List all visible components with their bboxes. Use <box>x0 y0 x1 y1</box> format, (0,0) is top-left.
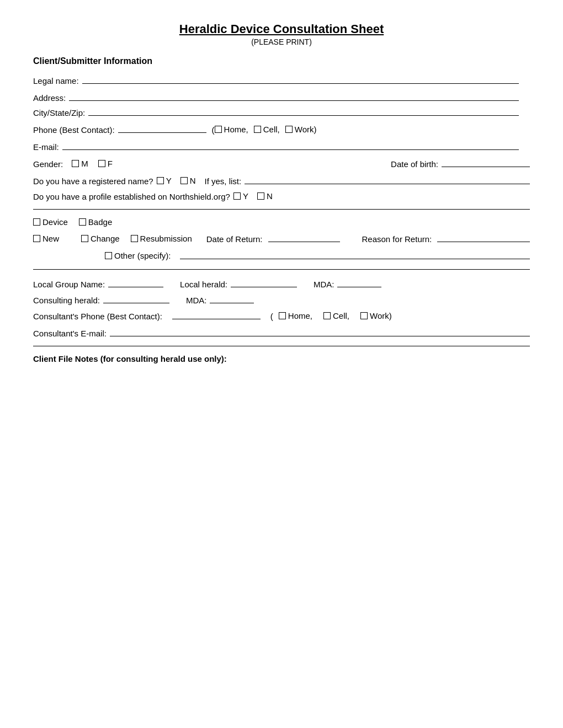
phone-cell-label: Cell, <box>263 125 280 134</box>
registered-y-label: Y <box>166 176 172 185</box>
client-notes-label: Client File Notes (for consulting herald… <box>33 354 530 363</box>
profile-y-checkbox[interactable] <box>233 192 241 200</box>
page-title-block: Heraldic Device Consultation Sheet <box>33 22 530 36</box>
gender-f-checkbox[interactable] <box>98 160 105 167</box>
badge-label: Badge <box>88 217 112 227</box>
client-notes-section: Client File Notes (for consulting herald… <box>33 354 530 464</box>
date-return-input[interactable] <box>268 232 340 242</box>
address-input[interactable] <box>69 91 519 101</box>
local-herald-input[interactable] <box>231 277 297 287</box>
consulting-mda-input[interactable] <box>210 293 254 303</box>
phone-work-checkbox[interactable] <box>285 126 293 133</box>
consultant-phone-label: Consultant's Phone (Best Contact): <box>33 312 162 321</box>
gender-f-item: F <box>98 159 113 168</box>
profile-y-item: Y <box>233 191 248 201</box>
device-checkbox[interactable] <box>33 218 40 226</box>
city-state-zip-row: City/State/Zip: <box>33 106 530 117</box>
phone-cell-checkbox[interactable] <box>254 126 261 133</box>
gender-label: Gender: <box>33 159 63 169</box>
gender-dob-row: Gender: M F Date of birth: <box>33 157 530 169</box>
change-label: Change <box>91 234 120 243</box>
consulting-herald-input[interactable] <box>103 293 169 303</box>
profile-y-label: Y <box>243 191 248 201</box>
resubmission-checkbox[interactable] <box>131 235 138 242</box>
consultant-phone-work-label: Work) <box>370 311 392 320</box>
dob-section: Date of birth: <box>391 157 530 169</box>
gender-m-item: M <box>72 159 88 168</box>
consultant-phone-work-checkbox[interactable] <box>360 312 368 319</box>
address-row: Address: <box>33 91 530 103</box>
client-submitter-section: Client/Submitter Information Legal name:… <box>33 56 530 201</box>
page-title: Heraldic Device Consultation Sheet <box>179 22 384 36</box>
consulting-herald-item: Consulting herald: <box>33 293 169 305</box>
phone-home-label: Home, <box>224 125 248 134</box>
other-item: Other (specify): <box>105 251 171 260</box>
phone-home-item: Home, <box>215 125 248 134</box>
address-label: Address: <box>33 93 66 103</box>
email-row: E-mail: <box>33 140 530 152</box>
divider-1 <box>33 209 530 210</box>
consultant-phone-work-item: Work) <box>360 311 392 320</box>
other-input[interactable] <box>180 249 530 259</box>
registered-n-checkbox[interactable] <box>180 177 188 184</box>
registered-name-row: Do you have a registered name? Y N If ye… <box>33 174 530 186</box>
registered-y-item: Y <box>157 176 172 185</box>
legal-name-row: Legal name: <box>33 74 530 85</box>
resubmission-label: Resubmission <box>140 234 192 243</box>
new-item: New <box>33 234 59 243</box>
city-state-zip-label: City/State/Zip: <box>33 108 85 117</box>
consultant-email-input[interactable] <box>110 326 530 336</box>
consultant-phone-prefix: ( <box>270 312 273 321</box>
local-group-row: Local Group Name: Local herald: MDA: <box>33 277 530 289</box>
submission-section: Device Badge New Change Resubmission Dat… <box>33 217 530 260</box>
change-checkbox[interactable] <box>81 235 88 242</box>
gender-m-checkbox[interactable] <box>72 160 79 167</box>
local-group-label: Local Group Name: <box>33 280 105 289</box>
consultant-email-row: Consultant's E-mail: <box>33 326 530 338</box>
device-label: Device <box>43 217 68 227</box>
legal-name-input[interactable] <box>82 74 519 84</box>
phone-input[interactable] <box>118 123 206 133</box>
consultant-phone-home-item: Home, <box>279 311 312 320</box>
registered-n-label: N <box>190 176 196 185</box>
email-label: E-mail: <box>33 142 59 152</box>
other-row: Other (specify): <box>105 249 530 260</box>
other-label: Other (specify): <box>114 251 171 260</box>
reason-return-input[interactable] <box>437 232 530 242</box>
mda-item: MDA: <box>314 277 382 289</box>
device-item: Device <box>33 217 68 227</box>
registered-y-checkbox[interactable] <box>157 177 164 184</box>
consultant-section: Local Group Name: Local herald: MDA: Con… <box>33 277 530 338</box>
consultant-phone-cell-label: Cell, <box>333 311 349 320</box>
gender-f-label: F <box>108 159 113 168</box>
divider-3 <box>33 346 530 346</box>
email-input[interactable] <box>62 140 519 150</box>
other-checkbox[interactable] <box>105 252 112 259</box>
local-herald-label: Local herald: <box>180 280 227 289</box>
registered-n-item: N <box>180 176 196 185</box>
consulting-herald-label: Consulting herald: <box>33 296 100 305</box>
profile-n-item: N <box>257 191 273 201</box>
consulting-herald-row: Consulting herald: MDA: <box>33 293 530 305</box>
local-herald-item: Local herald: <box>180 277 297 289</box>
dob-label: Date of birth: <box>391 159 438 169</box>
profile-n-label: N <box>267 191 273 201</box>
consultant-phone-home-checkbox[interactable] <box>279 312 286 319</box>
reason-return-label: Reason for Return: <box>362 234 432 244</box>
city-state-zip-input[interactable] <box>88 106 519 116</box>
phone-work-label: Work) <box>295 125 317 134</box>
phone-home-checkbox[interactable] <box>215 126 222 133</box>
badge-checkbox[interactable] <box>79 218 86 226</box>
profile-n-checkbox[interactable] <box>257 192 264 200</box>
resubmission-item: Resubmission <box>131 234 192 243</box>
new-checkbox[interactable] <box>33 235 40 242</box>
dob-input[interactable] <box>442 157 530 167</box>
profile-label: Do you have a profile established on Nor… <box>33 192 230 201</box>
consultant-phone-cell-checkbox[interactable] <box>323 312 331 319</box>
local-group-input[interactable] <box>108 277 163 287</box>
mda-input[interactable] <box>337 277 381 287</box>
consultant-phone-input[interactable] <box>172 309 261 319</box>
registered-name-input[interactable] <box>245 174 530 184</box>
client-section-heading: Client/Submitter Information <box>33 56 530 66</box>
registered-ifyes-label: If yes, list: <box>205 176 242 186</box>
